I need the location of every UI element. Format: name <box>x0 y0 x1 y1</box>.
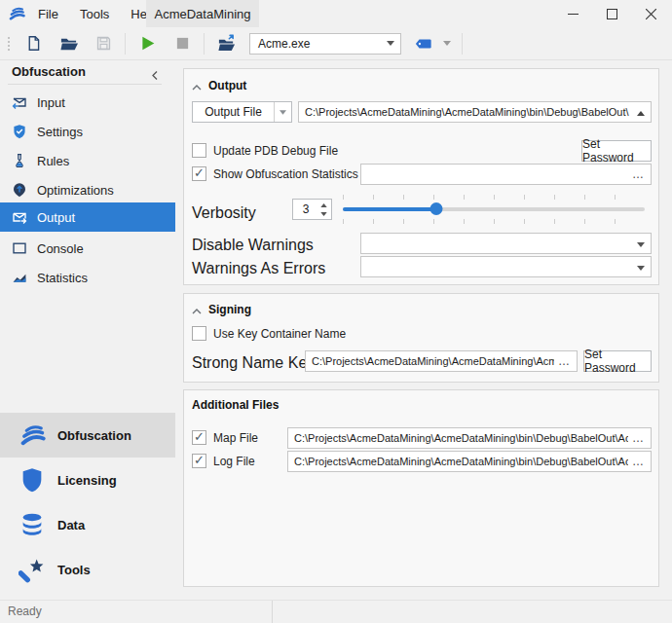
output-file-split-button[interactable]: Output File <box>192 101 292 123</box>
browse-ellipsis-button[interactable]: … <box>632 455 645 468</box>
output-path-value: C:\Projects\AcmeDataMining\AcmeDataMinin… <box>305 106 631 118</box>
gauge-pin-icon <box>12 182 27 198</box>
log-file-label: Log File <box>213 455 255 468</box>
tag-dropdown-button[interactable] <box>439 31 455 56</box>
use-key-container-label: Use Key Container Name <box>213 327 346 341</box>
sidebar-item-optimizations[interactable]: Optimizations <box>0 175 175 204</box>
chevron-down-icon[interactable] <box>274 102 291 122</box>
save-button[interactable] <box>89 31 118 56</box>
collapse-sidebar-icon[interactable] <box>152 66 158 84</box>
map-file-value: C:\Projects\AcmeDataMining\AcmeDataMinin… <box>294 432 628 444</box>
title-bar: File Tools Help AcmeDataMining <box>0 0 672 27</box>
slider-ticks <box>343 219 645 224</box>
menu-file[interactable]: File <box>27 7 69 21</box>
log-file-checkbox[interactable] <box>192 454 206 468</box>
database-icon <box>19 511 46 538</box>
verbosity-slider[interactable] <box>343 199 645 220</box>
sidebar-item-rules[interactable]: Rules <box>0 146 175 175</box>
slider-thumb[interactable] <box>430 202 443 215</box>
sidebar-item-label: Statistics <box>37 271 88 285</box>
tag-button[interactable] <box>409 31 438 56</box>
sidebar: Obfuscation Input Se <box>0 60 175 600</box>
set-password-button[interactable]: Set Password <box>583 350 652 372</box>
additional-files-header: Additional Files <box>192 398 279 412</box>
close-button[interactable] <box>631 0 670 27</box>
sidebar-header: Obfuscation <box>0 60 175 84</box>
disable-warnings-combo[interactable] <box>360 233 652 254</box>
log-file-value: C:\Projects\AcmeDataMining\AcmeDataMinin… <box>294 456 628 467</box>
strong-name-key-label: Strong Name Key <box>192 354 315 372</box>
toolbar-grip-handle[interactable] <box>2 32 16 55</box>
sidebar-item-label: Settings <box>37 125 83 139</box>
toolbar-separator <box>462 33 463 55</box>
output-path-combo[interactable]: C:\Projects\AcmeDataMining\AcmeDataMinin… <box>298 101 652 123</box>
warnings-as-errors-label: Warnings As Errors <box>192 260 325 277</box>
run-button[interactable] <box>132 31 162 56</box>
license-shield-icon <box>19 466 46 494</box>
sidebar-item-settings[interactable]: Settings <box>0 117 175 146</box>
set-password-button[interactable]: Set Password <box>581 140 652 162</box>
console-window-icon <box>12 240 27 256</box>
sidebar-item-statistics[interactable]: Statistics <box>0 263 175 292</box>
document-tab[interactable]: AcmeDataMining <box>146 0 259 27</box>
sidebar-item-output[interactable]: Output <box>0 202 175 232</box>
sidebar-item-label: Input <box>37 95 65 110</box>
map-file-checkbox[interactable] <box>192 430 206 445</box>
verbosity-value: 3 <box>293 202 318 216</box>
target-assembly-combo[interactable]: Acme.exe <box>249 33 401 55</box>
maximize-button[interactable] <box>592 0 631 27</box>
signing-section: Signing Use Key Container Name Strong Na… <box>183 293 659 383</box>
main-panel: Output Output File C:\Projects\AcmeDataM… <box>175 60 672 600</box>
menu-tools[interactable]: Tools <box>69 7 120 21</box>
babel-swoosh-icon <box>19 421 46 449</box>
map-file-field[interactable]: C:\Projects\AcmeDataMining\AcmeDataMinin… <box>287 427 652 449</box>
verbosity-label: Verbosity <box>192 204 256 222</box>
nav-item-tools[interactable]: Tools <box>0 547 175 592</box>
log-file-field[interactable]: C:\Projects\AcmeDataMining\AcmeDataMinin… <box>287 451 652 472</box>
chevron-up-small-icon[interactable] <box>637 106 645 118</box>
minimize-button[interactable] <box>553 0 592 27</box>
app-window: File Tools Help AcmeDataMining <box>0 0 672 623</box>
warnings-as-errors-combo[interactable] <box>360 256 652 277</box>
deploy-folder-button[interactable] <box>211 31 241 56</box>
browse-ellipsis-button[interactable]: … <box>632 431 645 445</box>
sidebar-item-label: Optimizations <box>37 183 114 198</box>
spin-up-icon[interactable] <box>318 201 328 209</box>
nav-item-label: Licensing <box>57 473 117 488</box>
output-envelope-icon <box>12 209 27 225</box>
toolbar: Acme.exe <box>0 27 672 60</box>
chevron-up-icon <box>192 77 202 94</box>
use-key-container-checkbox[interactable] <box>192 326 206 341</box>
status-separator <box>272 601 273 623</box>
chevron-down-icon[interactable] <box>637 238 645 249</box>
disable-warnings-label: Disable Warnings <box>192 237 314 254</box>
browse-ellipsis-button[interactable]: … <box>558 354 571 368</box>
spin-down-icon[interactable] <box>318 209 328 218</box>
chevron-down-icon[interactable] <box>637 261 645 273</box>
open-project-button[interactable] <box>54 31 83 56</box>
verbosity-spinner[interactable]: 3 <box>292 199 332 220</box>
strong-name-key-field[interactable]: C:\Projects\AcmeDataMining\AcmeDataMinin… <box>305 350 578 372</box>
nav-item-obfuscation[interactable]: Obfuscation <box>0 413 175 458</box>
shield-check-icon <box>12 124 27 139</box>
show-statistics-checkbox[interactable] <box>192 166 206 181</box>
sidebar-item-console[interactable]: Console <box>0 234 175 263</box>
sidebar-item-input[interactable]: Input <box>0 88 175 117</box>
stop-button[interactable] <box>168 31 197 56</box>
update-pdb-label: Update PDB Debug File <box>213 144 338 158</box>
sidebar-item-label: Rules <box>37 154 69 168</box>
babel-logo-icon <box>8 5 25 22</box>
nav-item-data[interactable]: Data <box>0 502 175 547</box>
sidebar-divider <box>8 84 162 85</box>
nav-item-label: Obfuscation <box>57 428 131 443</box>
show-statistics-label: Show Obfuscation Statistics <box>213 167 358 181</box>
nav-item-licensing[interactable]: Licensing <box>0 458 175 502</box>
output-section-header[interactable]: Output <box>192 77 246 94</box>
browse-ellipsis-button[interactable]: … <box>632 167 645 181</box>
map-file-label: Map File <box>213 431 258 445</box>
additional-files-section: Additional Files Map File C:\Projects\Ac… <box>183 389 659 587</box>
new-project-button[interactable] <box>19 31 48 56</box>
update-pdb-checkbox[interactable] <box>192 143 206 158</box>
signing-section-header[interactable]: Signing <box>192 301 251 318</box>
statistics-file-field[interactable]: … <box>360 164 652 185</box>
